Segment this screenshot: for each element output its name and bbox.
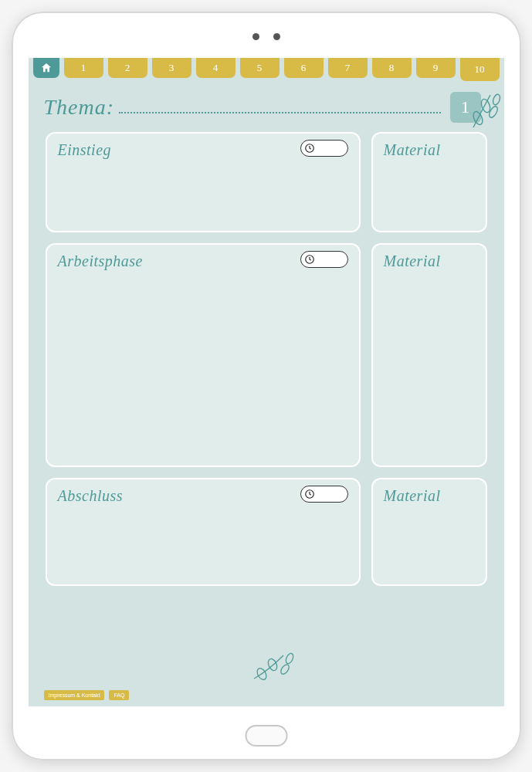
svg-point-3 (491, 93, 500, 106)
tablet-home-button[interactable] (245, 725, 287, 747)
box-material-abschluss[interactable]: Material (371, 478, 487, 586)
tab-6[interactable]: 6 (284, 58, 324, 78)
thema-row: Thema: 1 (29, 81, 504, 127)
row-einstieg: Einstieg Material (46, 132, 487, 232)
footer-faq[interactable]: FAQ (109, 690, 129, 700)
tab-9[interactable]: 9 (416, 58, 456, 78)
leaf-decoration-bottom-icon (251, 651, 299, 683)
svg-point-10 (284, 652, 294, 665)
thema-input-line[interactable] (119, 112, 440, 113)
clock-icon (304, 143, 315, 154)
time-badge-einstieg[interactable] (300, 140, 348, 157)
clock-icon (304, 489, 315, 499)
box-material-einstieg[interactable]: Material (371, 132, 487, 232)
svg-point-8 (266, 658, 279, 672)
tab-8[interactable]: 8 (372, 58, 412, 78)
svg-point-9 (279, 663, 290, 676)
material-title-3: Material (384, 487, 475, 505)
home-icon (40, 62, 53, 74)
tab-7[interactable]: 7 (328, 58, 368, 78)
material-title-1: Material (384, 141, 475, 159)
time-badge-arbeitsphase[interactable] (300, 251, 348, 268)
camera-dots (252, 33, 280, 40)
tablet-frame: 1 2 3 4 5 6 7 8 9 10 Thema: 1 (12, 12, 521, 760)
tab-2[interactable]: 2 (108, 58, 147, 78)
leaf-decoration-icon (467, 89, 503, 132)
row-arbeitsphase: Arbeitsphase Material (46, 243, 487, 467)
tab-bar: 1 2 3 4 5 6 7 8 9 10 (29, 58, 504, 81)
box-einstieg[interactable]: Einstieg (46, 132, 361, 232)
footer: Impressum & Kontakt FAQ (44, 690, 130, 700)
footer-impressum[interactable]: Impressum & Kontakt (44, 690, 105, 700)
content-area: Einstieg Material Arbeitsphase (29, 127, 504, 586)
tab-4[interactable]: 4 (196, 58, 236, 78)
material-title-2: Material (384, 252, 475, 270)
tab-10[interactable]: 10 (460, 58, 500, 81)
clock-icon (304, 254, 315, 265)
box-material-arbeitsphase[interactable]: Material (371, 243, 487, 467)
tab-5[interactable]: 5 (240, 58, 280, 78)
screen: 1 2 3 4 5 6 7 8 9 10 Thema: 1 (29, 58, 504, 706)
tab-3[interactable]: 3 (152, 58, 191, 78)
thema-label: Thema: (44, 95, 115, 120)
time-badge-abschluss[interactable] (300, 486, 348, 503)
tab-home[interactable] (33, 58, 59, 78)
row-abschluss: Abschluss Material (46, 478, 487, 586)
box-arbeitsphase[interactable]: Arbeitsphase (46, 243, 361, 467)
box-abschluss[interactable]: Abschluss (46, 478, 361, 586)
tab-1[interactable]: 1 (64, 58, 103, 78)
